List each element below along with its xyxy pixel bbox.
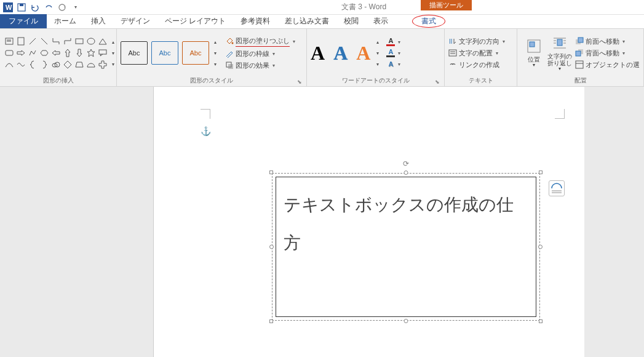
group-label: テキスト (448, 75, 513, 86)
resize-handle-e[interactable] (538, 245, 543, 249)
tab-format[interactable]: 書式 (414, 14, 443, 28)
resize-handle-se[interactable] (539, 319, 543, 323)
qat-customize-icon[interactable]: ▾ (70, 2, 81, 13)
scroll-down-icon[interactable]: ▾ (374, 47, 381, 58)
shape-callout-icon[interactable] (97, 47, 108, 58)
shape-hex-icon[interactable] (39, 47, 50, 58)
tab-design[interactable]: デザイン (113, 14, 157, 28)
resize-handle-nw[interactable] (269, 170, 273, 174)
tab-mailings[interactable]: 差し込み文書 (277, 14, 336, 28)
scroll-more-icon[interactable]: ▾ (212, 58, 219, 70)
shape-curve-icon[interactable] (4, 59, 15, 70)
scroll-up-icon[interactable]: ▴ (374, 36, 381, 47)
document-page[interactable]: ⚓ ⟳ テキストボックスの作成の仕方 (154, 87, 584, 357)
tab-review[interactable]: 校閲 (336, 14, 366, 28)
shape-line-icon[interactable] (27, 36, 38, 47)
shape-textbox-icon[interactable] (4, 36, 15, 47)
style-gallery-scroll[interactable]: ▴ ▾ ▾ (212, 36, 219, 70)
scroll-down-icon[interactable]: ▾ (109, 47, 117, 58)
text-effects-button[interactable]: A▾ (386, 60, 400, 68)
shape-connector-icon[interactable] (50, 36, 62, 47)
rotate-handle-icon[interactable]: ⟳ (403, 159, 409, 168)
shape-outline-button[interactable]: 図形の枠線▾ (225, 49, 295, 58)
resize-handle-s[interactable] (404, 319, 408, 323)
layout-options-button[interactable] (549, 180, 565, 196)
svg-point-12 (87, 38, 95, 44)
create-link-button[interactable]: リンクの作成 (448, 60, 505, 70)
shape-arrow-r-icon[interactable] (15, 47, 26, 58)
word-app-icon[interactable]: W (2, 2, 14, 13)
selection-pane-button[interactable]: オブジェクトの選 (575, 60, 640, 70)
shape-rect-icon[interactable] (74, 36, 85, 47)
textbox-content[interactable]: テキストボックスの作成の仕方 (276, 177, 536, 317)
tab-references[interactable]: 参考資料 (233, 14, 277, 28)
text-align-icon (448, 49, 457, 57)
shape-style-gallery[interactable]: Abc Abc Abc (121, 41, 209, 65)
redo-icon[interactable] (43, 2, 54, 13)
shape-arrow-l-icon[interactable] (50, 47, 62, 58)
style-preset-3[interactable]: Abc (182, 41, 209, 65)
scroll-more-icon[interactable]: ▾ (109, 58, 117, 70)
style-preset-1[interactable]: Abc (121, 41, 148, 65)
shape-brace-r-icon[interactable] (39, 59, 50, 70)
shapes-gallery-scroll[interactable]: ▴ ▾ ▾ (109, 36, 117, 70)
wordart-gallery-scroll[interactable]: ▴ ▾ ▾ (374, 36, 381, 70)
scroll-down-icon[interactable]: ▾ (212, 47, 219, 58)
shape-cross-icon[interactable] (97, 59, 108, 70)
tab-layout[interactable]: ページ レイアウト (157, 14, 233, 28)
tab-home[interactable]: ホーム (47, 14, 84, 28)
shape-brace-l-icon[interactable] (27, 59, 38, 70)
dialog-launcher-icon[interactable]: ⬊ (434, 79, 440, 85)
resize-handle-n[interactable] (404, 170, 408, 175)
dialog-launcher-icon[interactable]: ⬊ (296, 79, 303, 85)
undo-icon[interactable] (30, 2, 41, 13)
textbox-selection[interactable]: ⟳ テキストボックスの作成の仕方 (272, 173, 540, 321)
send-backward-button[interactable]: 背面へ移動▾ (575, 49, 640, 58)
shapes-gallery[interactable] (4, 36, 108, 70)
shape-oval-icon[interactable] (85, 36, 97, 47)
shape-trap-icon[interactable] (74, 59, 85, 70)
shape-connector2-icon[interactable] (62, 36, 73, 47)
shape-cloud-icon[interactable] (50, 59, 62, 70)
shape-freeform-icon[interactable] (27, 47, 38, 58)
wordart-preset-2[interactable]: A (333, 42, 348, 65)
shape-semi-icon[interactable] (85, 59, 97, 70)
wordart-gallery[interactable]: A A A (311, 42, 370, 65)
text-outline-button[interactable]: A▾ (386, 49, 400, 57)
shape-arrow-d-icon[interactable] (74, 47, 85, 58)
wordart-preset-3[interactable]: A (356, 42, 370, 65)
text-direction-button[interactable]: II文字列の方向▾ (448, 37, 505, 46)
resize-handle-ne[interactable] (539, 170, 543, 174)
scroll-up-icon[interactable]: ▴ (212, 36, 219, 47)
group-text: II文字列の方向▾ 文字の配置▾ リンクの作成 テキスト (445, 29, 517, 86)
resize-handle-w[interactable] (269, 245, 274, 249)
scroll-up-icon[interactable]: ▴ (109, 36, 117, 47)
tab-insert[interactable]: 挿入 (84, 14, 113, 28)
wrap-text-button[interactable]: 文字列の 折り返し▾ (547, 33, 573, 73)
text-fill-button[interactable]: A▾ (386, 38, 400, 46)
style-preset-2[interactable]: Abc (151, 41, 178, 65)
resize-handle-sw[interactable] (269, 319, 273, 323)
position-button[interactable]: 位置▾ (521, 33, 547, 73)
shape-roundrect-icon[interactable] (4, 47, 15, 58)
shape-fill-button[interactable]: 図形の塗りつぶし▾ (225, 36, 295, 47)
tab-file[interactable]: ファイル (0, 14, 47, 28)
svg-rect-34 (578, 38, 583, 42)
shape-scribble-icon[interactable] (15, 59, 26, 70)
shape-triangle-icon[interactable] (97, 36, 108, 47)
shape-arrow-u-icon[interactable] (62, 47, 73, 58)
bring-forward-button[interactable]: 前面へ移動▾ (575, 37, 640, 46)
svg-line-10 (41, 38, 47, 44)
shape-effects-button[interactable]: 図形の効果▾ (225, 61, 295, 70)
shape-diamond-icon[interactable] (62, 59, 73, 70)
anchor-icon[interactable]: ⚓ (201, 126, 211, 136)
tab-view[interactable]: 表示 (366, 14, 396, 28)
shape-line2-icon[interactable] (39, 36, 50, 47)
repeat-icon[interactable] (57, 2, 68, 13)
wordart-preset-1[interactable]: A (311, 42, 325, 65)
scroll-more-icon[interactable]: ▾ (374, 58, 381, 70)
text-align-button[interactable]: 文字の配置▾ (448, 49, 505, 58)
save-icon[interactable] (16, 2, 27, 13)
shape-textbox-vert-icon[interactable] (15, 36, 26, 47)
shape-star-icon[interactable] (85, 47, 97, 58)
